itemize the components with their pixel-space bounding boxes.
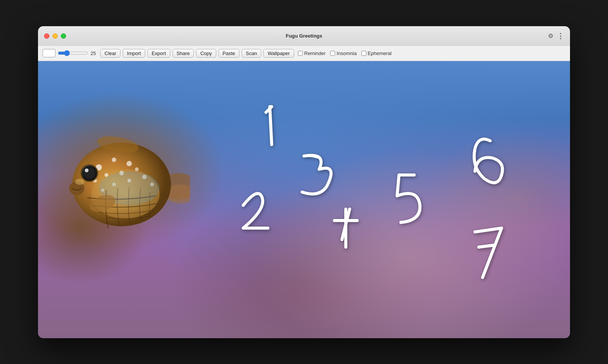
svg-point-5: [112, 158, 116, 162]
scan-button[interactable]: Scan: [242, 49, 261, 58]
clear-button[interactable]: Clear: [100, 49, 120, 58]
export-button[interactable]: Export: [147, 49, 170, 58]
ephemeral-label[interactable]: Ephemeral: [361, 50, 392, 56]
import-button[interactable]: Import: [123, 49, 145, 58]
close-button[interactable]: [44, 33, 49, 39]
traffic-lights: [44, 33, 66, 39]
insomnia-checkbox[interactable]: [330, 51, 335, 56]
title-bar: Fugu Greetings ⚙ ⋮: [38, 26, 570, 46]
color-swatch[interactable]: [43, 49, 55, 57]
copy-button[interactable]: Copy: [196, 49, 216, 58]
wallpaper-button[interactable]: Wallpaper: [263, 49, 294, 58]
paste-button[interactable]: Paste: [218, 49, 239, 58]
checkbox-group: Reminder Insomnia Ephemeral: [298, 50, 392, 56]
reminder-label[interactable]: Reminder: [298, 50, 326, 56]
insomnia-label[interactable]: Insomnia: [330, 50, 357, 56]
canvas-area[interactable]: .hw-num { font-family: 'Brush Script MT'…: [38, 61, 570, 338]
window-title: Fugu Greetings: [286, 33, 322, 39]
title-actions: ⚙ ⋮: [548, 32, 564, 40]
svg-point-22: [85, 169, 89, 172]
size-slider[interactable]: [58, 50, 88, 56]
fish-image: [68, 114, 190, 258]
maximize-button[interactable]: [61, 33, 66, 39]
app-window: Fugu Greetings ⚙ ⋮ 25 Clear Import Expor…: [38, 26, 570, 338]
extensions-icon[interactable]: ⚙: [548, 32, 553, 39]
ephemeral-checkbox[interactable]: [361, 51, 366, 56]
minimize-button[interactable]: [52, 33, 58, 39]
svg-point-25: [75, 179, 84, 185]
toolbar: 25 Clear Import Export Share Copy Paste …: [38, 46, 570, 61]
reminder-checkbox[interactable]: [298, 51, 303, 56]
share-button[interactable]: Share: [173, 49, 194, 58]
size-value: 25: [90, 50, 98, 56]
menu-icon[interactable]: ⋮: [557, 32, 564, 40]
svg-point-6: [127, 161, 132, 166]
svg-point-9: [135, 167, 139, 171]
